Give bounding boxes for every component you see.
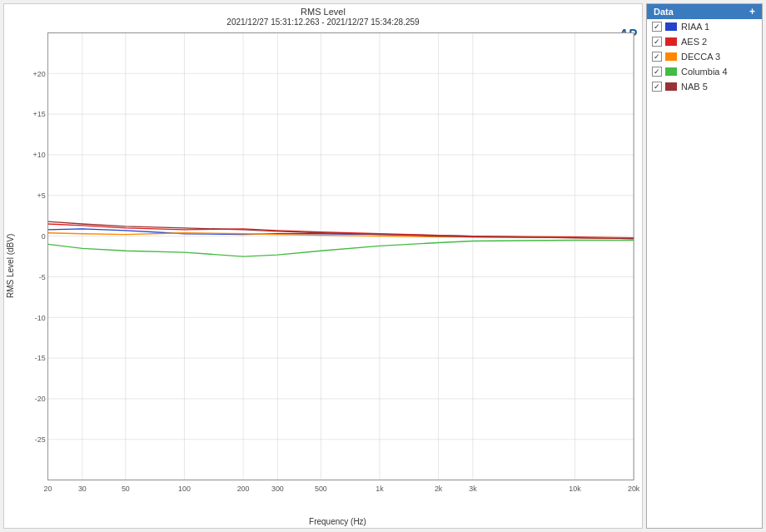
svg-text:200: 200: [237, 483, 250, 493]
legend-color-box: [665, 82, 677, 91]
svg-text:0: 0: [42, 231, 46, 241]
chart-plot-area: +20+15+10+50-5-10-15-20-2520305010020030…: [17, 28, 642, 503]
svg-text:+15: +15: [33, 109, 46, 119]
svg-text:50: 50: [122, 483, 130, 493]
legend-color-box: [665, 52, 677, 61]
svg-text:+10: +10: [33, 150, 46, 160]
svg-text:10k: 10k: [569, 483, 581, 493]
chart-wrapper: RMS Level 2021/12/27 15:31:12.263 - 2021…: [3, 3, 643, 529]
legend-item[interactable]: ✓DECCA 3: [647, 49, 762, 64]
legend-color-box: [665, 37, 677, 46]
svg-text:20k: 20k: [628, 483, 640, 493]
legend-item[interactable]: ✓AES 2: [647, 34, 762, 49]
svg-text:1k: 1k: [376, 483, 384, 493]
svg-text:+20: +20: [33, 68, 46, 78]
svg-text:-10: -10: [35, 312, 46, 322]
legend-checkbox[interactable]: ✓: [652, 52, 662, 62]
svg-text:100: 100: [178, 483, 191, 493]
legend-item-label: NAB 5: [681, 82, 708, 92]
chart-area: RMS Level 2021/12/27 15:31:12.263 - 2021…: [3, 3, 763, 529]
x-axis-label: Frequency (Hz): [309, 517, 366, 526]
x-axis-area: Frequency (Hz): [33, 503, 642, 528]
legend-item-label: DECCA 3: [681, 52, 720, 62]
svg-text:-5: -5: [39, 271, 46, 281]
legend-items-container: ✓RIAA 1✓AES 2✓DECCA 3✓Columbia 4✓NAB 5: [647, 19, 762, 94]
legend-close-button[interactable]: +: [749, 7, 755, 17]
legend-item[interactable]: ✓RIAA 1: [647, 19, 762, 34]
main-container: RMS Level 2021/12/27 15:31:12.263 - 2021…: [0, 0, 766, 532]
legend-item[interactable]: ✓NAB 5: [647, 79, 762, 94]
legend-checkbox[interactable]: ✓: [652, 67, 662, 77]
chart-inner: RMS Level (dBV) +20+15+10+50-5-10-15-20-…: [4, 28, 642, 503]
legend-title: Data: [654, 7, 674, 17]
svg-text:300: 300: [271, 483, 284, 493]
svg-text:-15: -15: [35, 353, 46, 363]
svg-text:+5: +5: [37, 191, 45, 201]
svg-text:30: 30: [78, 483, 87, 493]
legend-item-label: Columbia 4: [681, 67, 728, 77]
svg-rect-0: [48, 32, 634, 480]
legend-header: Data +: [647, 4, 762, 19]
legend-item-label: AES 2: [681, 37, 707, 47]
chart-svg: +20+15+10+50-5-10-15-20-2520305010020030…: [17, 28, 642, 503]
svg-text:500: 500: [315, 483, 327, 493]
legend-item-label: RIAA 1: [681, 22, 709, 32]
legend-color-box: [665, 67, 677, 76]
chart-subtitle: 2021/12/27 15:31:12.263 - 2021/12/27 15:…: [4, 17, 642, 28]
legend-color-box: [665, 22, 677, 31]
svg-text:20: 20: [44, 483, 52, 493]
legend-panel: Data + ✓RIAA 1✓AES 2✓DECCA 3✓Columbia 4✓…: [646, 3, 763, 529]
legend-item[interactable]: ✓Columbia 4: [647, 64, 762, 79]
svg-text:-25: -25: [35, 435, 46, 445]
svg-text:-20: -20: [35, 394, 46, 404]
y-axis-label: RMS Level (dBV): [4, 28, 17, 503]
svg-text:2k: 2k: [435, 483, 443, 493]
svg-text:3k: 3k: [469, 483, 477, 493]
legend-checkbox[interactable]: ✓: [652, 37, 662, 47]
legend-checkbox[interactable]: ✓: [652, 22, 662, 32]
chart-title: RMS Level: [4, 4, 642, 17]
legend-checkbox[interactable]: ✓: [652, 82, 662, 92]
